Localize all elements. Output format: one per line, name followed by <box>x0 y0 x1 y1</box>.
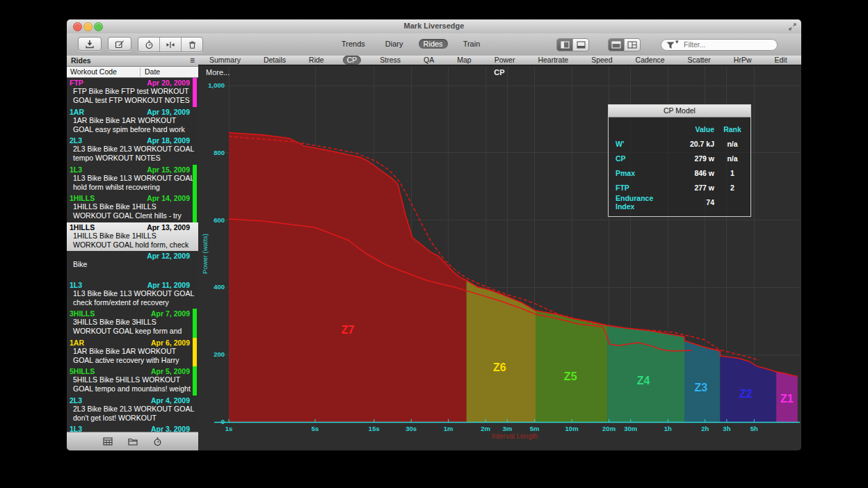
cp-model-header-row: ValueRank <box>609 122 750 136</box>
ride-color-bar <box>193 366 197 396</box>
chart-tab-cp[interactable]: CP <box>343 56 362 65</box>
y-tick-label: 0 <box>221 418 225 425</box>
scope-tab-train[interactable]: Train <box>458 39 485 49</box>
view-single-toggle[interactable] <box>609 39 624 51</box>
funnel-icon <box>666 40 675 47</box>
ride-color-bar <box>193 309 197 338</box>
cp-model-cell: Pmax <box>609 169 670 177</box>
calendar-icon[interactable] <box>103 437 113 446</box>
ride-description: 1AR Bike Bike 1AR WORKOUT GOAL active re… <box>70 347 195 365</box>
ride-row-1[interactable]: 1ARApr 19, 20091AR Bike Bike 1AR WORKOUT… <box>67 107 198 136</box>
cp-model-cell: W' <box>609 140 670 148</box>
ride-code: 1L3 <box>70 165 82 174</box>
ride-color-bar <box>193 78 197 107</box>
chart-tab-hrpw[interactable]: HrPw <box>730 56 756 65</box>
scope-tab-rides[interactable]: Rides <box>419 39 448 49</box>
sidebar-menu-icon[interactable]: ≡ <box>190 56 195 66</box>
chart-tab-power[interactable]: Power <box>490 56 520 65</box>
more-link[interactable]: More... <box>206 68 230 76</box>
ride-description: Bike <box>70 260 195 278</box>
ride-color-bar <box>193 193 197 222</box>
start-workout-button[interactable] <box>138 38 159 51</box>
split-icon <box>166 40 175 49</box>
expand-icon[interactable] <box>788 22 797 31</box>
chart-tab-map[interactable]: Map <box>453 56 475 65</box>
ride-code: 1HILLS <box>70 223 95 231</box>
panel-bottom-icon <box>577 41 586 49</box>
cp-model-cell: 74 <box>670 198 714 206</box>
layout-toggle-group <box>608 38 641 51</box>
scope-tab-trends[interactable]: Trends <box>337 39 370 49</box>
ride-date: Apr 5, 2009 <box>151 367 190 375</box>
ride-row-11[interactable]: 2L3Apr 4, 20092L3 Bike Bike 2L3 WORKOUT … <box>67 396 198 425</box>
x-tick-label: 30m <box>624 425 637 432</box>
compose-icon <box>115 40 124 49</box>
ride-date: Apr 18, 2009 <box>147 136 190 145</box>
chart-tab-scatter[interactable]: Scatter <box>684 56 715 65</box>
chart-tab-speed[interactable]: Speed <box>587 56 616 65</box>
ride-color-bar <box>193 165 197 194</box>
ride-row-10[interactable]: 5HILLSApr 5, 20095HILLS Bike 5HILLS WORK… <box>67 366 198 396</box>
ride-date: Apr 11, 2009 <box>147 281 190 289</box>
ride-date: Apr 13, 2009 <box>147 223 190 231</box>
chart-tab-details[interactable]: Details <box>259 56 290 65</box>
split-ride-button[interactable] <box>159 38 181 51</box>
ride-row-0[interactable]: FTPApr 20, 2009FTP Bike Bike FTP test WO… <box>67 78 198 107</box>
chart-tab-heartrate[interactable]: Heartrate <box>533 56 572 65</box>
scope-tab-diary[interactable]: Diary <box>380 39 408 49</box>
chart-panel: SummaryDetailsRideCPStressQAMapPowerHear… <box>198 56 801 450</box>
chart-tab-summary[interactable]: Summary <box>205 56 245 65</box>
import-button[interactable] <box>78 37 102 51</box>
ride-date: Apr 7, 2009 <box>151 309 190 318</box>
col-date[interactable]: Date <box>145 67 160 76</box>
zone-label-z2: Z2 <box>739 388 753 400</box>
ride-date: Apr 20, 2009 <box>147 79 190 87</box>
ride-actions-group <box>138 37 203 52</box>
ride-row-4[interactable]: 1HILLSApr 14, 20091HILLS Bike Bike 1HILL… <box>67 193 198 222</box>
delete-ride-button[interactable] <box>181 38 202 51</box>
ride-description: 1HILLS Bike Bike 1HILLS WORKOUT GOAL hol… <box>70 231 195 250</box>
chart-tab-cadence[interactable]: Cadence <box>632 56 669 65</box>
chart-tab-ride[interactable]: Ride <box>305 56 328 65</box>
panel-left-toggle[interactable] <box>557 39 572 51</box>
ride-color-bar <box>193 338 197 367</box>
x-tick-label: 1m <box>444 425 453 432</box>
chart-tab-edit[interactable]: Edit <box>771 56 791 65</box>
chart-tab-qa[interactable]: QA <box>419 56 438 65</box>
sidebar-column-headers: Workout Code Date <box>67 67 198 78</box>
ride-row-3[interactable]: 1L3Apr 15, 20091L3 Bike Bike 1L3 WORKOUT… <box>67 165 198 194</box>
folder-icon[interactable] <box>128 437 138 446</box>
x-tick-label: 2m <box>481 425 490 432</box>
ride-row-9[interactable]: 1ARApr 6, 20091AR Bike Bike 1AR WORKOUT … <box>67 338 198 367</box>
ride-description: 2L3 Bike Bike 2L3 WORKOUT GOAL tempo WOR… <box>70 145 195 163</box>
sidebar-footer <box>67 432 198 450</box>
panel-bottom-toggle[interactable] <box>572 39 588 51</box>
manual-entry-button[interactable] <box>108 37 131 51</box>
titlebar: Mark Liversedge <box>67 19 801 34</box>
col-workout-code[interactable]: Workout Code <box>70 67 117 76</box>
cp-model-row: Pmax846 w1 <box>609 165 750 180</box>
ride-row-6[interactable]: Apr 12, 2009Bike <box>67 251 198 280</box>
ride-row-7[interactable]: 1L3Apr 11, 20091L3 Bike Bike 1L3 WORKOUT… <box>67 280 198 309</box>
cp-model-cell: FTP <box>609 184 670 192</box>
ride-row-8[interactable]: 3HILLSApr 7, 20093HILLS Bike Bike 3HILLS… <box>67 309 198 338</box>
cp-model-cell: Value <box>670 125 714 133</box>
cp-model-cell: n/a <box>714 154 750 163</box>
stopwatch-icon[interactable] <box>153 437 162 446</box>
cp-model-row: FTP277 w2 <box>609 180 750 195</box>
panel-left-icon <box>561 41 570 49</box>
ride-code: FTP <box>70 79 83 87</box>
cp-model-cell: 2 <box>714 184 750 192</box>
zone-area-z4 <box>607 325 684 422</box>
sidebar-toggle-group <box>556 38 589 51</box>
view-tiled-toggle[interactable] <box>624 39 640 51</box>
ride-date: Apr 4, 2009 <box>151 396 190 405</box>
toolbar: TrendsDiaryRidesTrain ▾ <box>67 33 801 56</box>
x-tick-label: 3h <box>723 425 730 432</box>
window-title: Mark Liversedge <box>67 22 801 30</box>
ride-row-5[interactable]: 1HILLSApr 13, 20091HILLS Bike Bike 1HILL… <box>67 222 198 252</box>
ride-row-2[interactable]: 2L3Apr 18, 20092L3 Bike Bike 2L3 WORKOUT… <box>67 136 198 165</box>
y-tick-label: 200 <box>214 350 225 358</box>
view-single-icon <box>611 41 621 49</box>
chart-tab-stress[interactable]: Stress <box>376 56 405 65</box>
